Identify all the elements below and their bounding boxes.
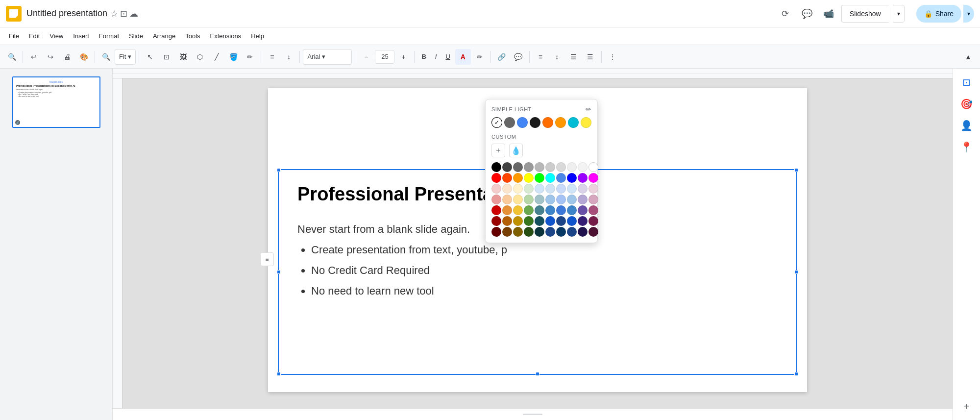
sidebar-add-button[interactable]: +	[957, 396, 977, 416]
color-cell[interactable]	[567, 216, 577, 226]
image-button[interactable]: 🖼	[175, 49, 191, 65]
font-dropdown[interactable]: Arial ▾	[303, 49, 352, 65]
color-cell[interactable]	[556, 184, 566, 194]
color-cell[interactable]	[567, 184, 577, 194]
spacing-button[interactable]: ↕	[281, 49, 296, 65]
color-cell[interactable]	[588, 162, 598, 172]
swatch-amber[interactable]	[555, 117, 566, 128]
color-cell[interactable]	[567, 195, 577, 204]
menu-file[interactable]: File	[4, 30, 24, 42]
menu-view[interactable]: View	[45, 30, 68, 42]
menu-insert[interactable]: Insert	[68, 30, 94, 42]
text-align-button[interactable]: ≡	[533, 49, 548, 65]
swatch-orange[interactable]	[542, 117, 553, 128]
color-cell[interactable]	[524, 195, 534, 204]
color-cell[interactable]	[578, 216, 588, 226]
menu-tools[interactable]: Tools	[180, 30, 205, 42]
color-cell[interactable]	[535, 173, 544, 183]
color-cell[interactable]	[535, 184, 544, 194]
color-cell[interactable]	[491, 162, 501, 172]
cursor-button[interactable]: ↖	[142, 49, 158, 65]
color-cell[interactable]	[524, 173, 534, 183]
color-cell[interactable]	[588, 184, 598, 194]
link-button[interactable]: 🔗	[494, 49, 510, 65]
slide-thumbnail[interactable]: MagicSlides Professional Presentations i…	[12, 76, 100, 128]
handle-tl[interactable]	[277, 168, 281, 172]
color-cell[interactable]	[535, 195, 544, 204]
sidebar-map-button[interactable]: 📍	[957, 137, 977, 157]
font-size-decrease[interactable]: −	[358, 49, 374, 65]
font-size-input[interactable]: 25	[375, 50, 394, 64]
color-cell[interactable]	[524, 216, 534, 226]
color-cell[interactable]	[524, 162, 534, 172]
color-cell[interactable]	[524, 227, 534, 237]
linecolor-button[interactable]: ✏	[242, 49, 258, 65]
handle-mr[interactable]	[794, 270, 798, 274]
print-button[interactable]: 🖨	[59, 49, 75, 65]
color-cell[interactable]	[524, 205, 534, 215]
color-cell[interactable]	[588, 173, 598, 183]
highlight-button[interactable]: ✏	[472, 49, 488, 65]
color-cell[interactable]	[491, 173, 501, 183]
color-cell[interactable]	[545, 173, 555, 183]
slide-content[interactable]: Never start from a blank slide again. Cr…	[297, 223, 507, 305]
color-cell[interactable]	[491, 227, 501, 237]
menu-help[interactable]: Help	[246, 30, 269, 42]
font-size-increase[interactable]: +	[395, 49, 411, 65]
swatch-gray[interactable]	[504, 117, 515, 128]
share-dropdown[interactable]: ▾	[963, 5, 974, 23]
numbered-list-button[interactable]: ☰	[583, 49, 598, 65]
color-cell[interactable]	[513, 173, 523, 183]
menu-arrange[interactable]: Arrange	[148, 30, 180, 42]
search-button[interactable]: 🔍	[4, 49, 20, 65]
fillcolor-button[interactable]: 🪣	[225, 49, 241, 65]
color-cell[interactable]	[556, 173, 566, 183]
shapes-button[interactable]: ⬡	[192, 49, 208, 65]
menu-extensions[interactable]: Extensions	[205, 30, 246, 42]
align-center-button[interactable]: ≡	[264, 49, 280, 65]
color-cell[interactable]	[502, 162, 512, 172]
line-button[interactable]: ╱	[209, 49, 224, 65]
menu-edit[interactable]: Edit	[24, 30, 45, 42]
more-options-button[interactable]: ⋮	[605, 49, 620, 65]
color-cell[interactable]	[556, 205, 566, 215]
color-cell[interactable]	[513, 216, 523, 226]
color-cell[interactable]	[588, 227, 598, 237]
zoom-button[interactable]: 🔍	[98, 49, 114, 65]
textcolor-button[interactable]: A	[455, 49, 471, 65]
color-cell[interactable]	[491, 184, 501, 194]
swatch-white[interactable]: ✓	[491, 117, 502, 128]
list-button[interactable]: ☰	[566, 49, 582, 65]
color-cell[interactable]	[556, 162, 566, 172]
sidebar-user-button[interactable]: 👤	[957, 116, 977, 135]
color-cell[interactable]	[502, 195, 512, 204]
color-cell[interactable]	[502, 216, 512, 226]
handle-bm[interactable]	[536, 372, 539, 376]
edit-pencil-icon[interactable]: ✏	[586, 105, 592, 113]
handle-br[interactable]	[794, 372, 798, 376]
swatch-cyan[interactable]	[568, 117, 579, 128]
color-cell[interactable]	[513, 184, 523, 194]
color-cell[interactable]	[578, 195, 588, 204]
color-cell[interactable]	[567, 162, 577, 172]
menu-format[interactable]: Format	[94, 30, 124, 42]
color-cell[interactable]	[556, 216, 566, 226]
color-cell[interactable]	[535, 162, 544, 172]
video-button[interactable]: 📹	[820, 5, 837, 23]
color-cell[interactable]	[588, 195, 598, 204]
swatch-yellow[interactable]	[581, 117, 591, 128]
color-cell[interactable]	[535, 216, 544, 226]
history-button[interactable]: ⟳	[777, 5, 794, 23]
color-cell[interactable]	[513, 162, 523, 172]
color-cell[interactable]	[567, 205, 577, 215]
color-cell[interactable]	[545, 162, 555, 172]
handle-ml[interactable]	[277, 270, 281, 274]
add-custom-color-button[interactable]: +	[491, 144, 505, 157]
redo-button[interactable]: ↪	[43, 49, 58, 65]
color-cell[interactable]	[502, 227, 512, 237]
bold-button[interactable]: B	[417, 49, 430, 65]
color-cell[interactable]	[545, 227, 555, 237]
comment-inline-button[interactable]: 💬	[511, 49, 526, 65]
sidebar-slides-button[interactable]: ⊡	[957, 73, 977, 92]
color-cell[interactable]	[588, 216, 598, 226]
